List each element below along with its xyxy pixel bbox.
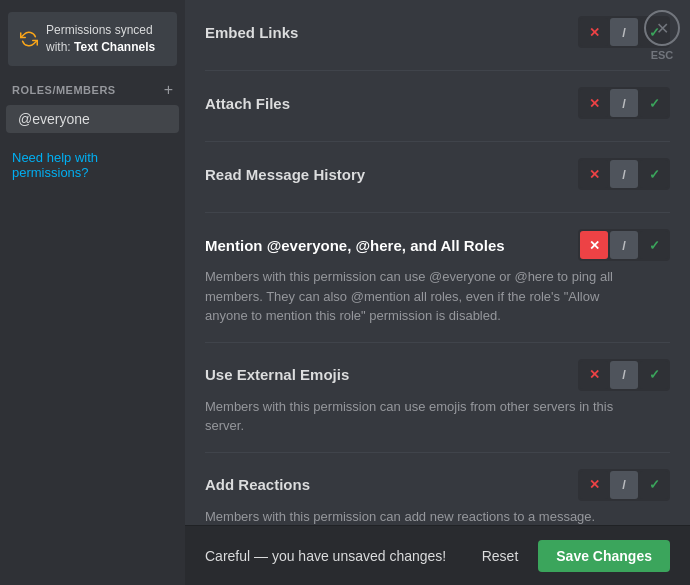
neutral-button[interactable]: / <box>610 231 638 259</box>
esc-button[interactable]: ✕ ESC <box>644 10 680 61</box>
permission-row: Mention @everyone, @here, and All Roles … <box>205 213 670 343</box>
neutral-button[interactable]: / <box>610 89 638 117</box>
allow-button[interactable]: ✓ <box>640 471 668 499</box>
perm-name: Add Reactions <box>205 476 310 493</box>
permission-row: Embed Links ✕ / ✓ <box>205 0 670 71</box>
deny-button[interactable]: ✕ <box>580 361 608 389</box>
roles-header: ROLES/MEMBERS + <box>0 78 185 104</box>
perm-name: Read Message History <box>205 166 365 183</box>
toggle-group: ✕ / ✓ <box>578 359 670 391</box>
perm-header: Embed Links ✕ / ✓ <box>205 16 670 48</box>
perm-description: Members with this permission can use @ev… <box>205 267 625 326</box>
perm-name: Attach Files <box>205 95 290 112</box>
deny-button[interactable]: ✕ <box>580 18 608 46</box>
permissions-list: Embed Links ✕ / ✓ Attach Files ✕ / ✓ <box>205 0 670 581</box>
permission-row: Use External Emojis ✕ / ✓ Members with t… <box>205 343 670 453</box>
sync-banner: Permissions synced with: Text Channels <box>8 12 177 66</box>
allow-button[interactable]: ✓ <box>640 160 668 188</box>
content-scroll: Embed Links ✕ / ✓ Attach Files ✕ / ✓ <box>185 0 690 585</box>
neutral-button[interactable]: / <box>610 160 638 188</box>
allow-button[interactable]: ✓ <box>640 89 668 117</box>
perm-header: Add Reactions ✕ / ✓ <box>205 469 670 501</box>
esc-circle-icon: ✕ <box>644 10 680 46</box>
perm-header: Read Message History ✕ / ✓ <box>205 158 670 190</box>
deny-button[interactable]: ✕ <box>580 471 608 499</box>
deny-button[interactable]: ✕ <box>580 89 608 117</box>
role-item-everyone[interactable]: @everyone <box>6 105 179 133</box>
add-role-button[interactable]: + <box>164 82 173 98</box>
perm-name: Mention @everyone, @here, and All Roles <box>205 237 505 254</box>
sidebar: Permissions synced with: Text Channels R… <box>0 0 185 585</box>
perm-name: Embed Links <box>205 24 298 41</box>
bottom-bar: Careful — you have unsaved changes! Rese… <box>185 525 690 585</box>
allow-button[interactable]: ✓ <box>640 231 668 259</box>
neutral-button[interactable]: / <box>610 361 638 389</box>
permission-row: Attach Files ✕ / ✓ <box>205 71 670 142</box>
perm-header: Use External Emojis ✕ / ✓ <box>205 359 670 391</box>
perm-description: Members with this permission can use emo… <box>205 397 625 436</box>
toggle-group: ✕ / ✓ <box>578 158 670 190</box>
help-link[interactable]: Need help with permissions? <box>12 150 173 180</box>
toggle-group: ✕ / ✓ <box>578 87 670 119</box>
perm-name: Use External Emojis <box>205 366 349 383</box>
esc-label: ESC <box>651 49 674 61</box>
reset-button[interactable]: Reset <box>474 544 527 568</box>
deny-button[interactable]: ✕ <box>580 160 608 188</box>
perm-header: Attach Files ✕ / ✓ <box>205 87 670 119</box>
toggle-group: ✕ / ✓ <box>578 229 670 261</box>
sync-icon <box>20 30 38 48</box>
roles-label: ROLES/MEMBERS <box>12 84 116 96</box>
deny-button[interactable]: ✕ <box>580 231 608 259</box>
permission-row: Read Message History ✕ / ✓ <box>205 142 670 213</box>
neutral-button[interactable]: / <box>610 18 638 46</box>
main-content: ✕ ESC Embed Links ✕ / ✓ Attach Files ✕ / <box>185 0 690 585</box>
perm-header: Mention @everyone, @here, and All Roles … <box>205 229 670 261</box>
neutral-button[interactable]: / <box>610 471 638 499</box>
unsaved-warning: Careful — you have unsaved changes! <box>205 548 446 564</box>
toggle-group: ✕ / ✓ <box>578 469 670 501</box>
bottom-actions: Reset Save Changes <box>474 540 670 572</box>
sync-text: Permissions synced with: Text Channels <box>46 22 155 56</box>
save-button[interactable]: Save Changes <box>538 540 670 572</box>
allow-button[interactable]: ✓ <box>640 361 668 389</box>
